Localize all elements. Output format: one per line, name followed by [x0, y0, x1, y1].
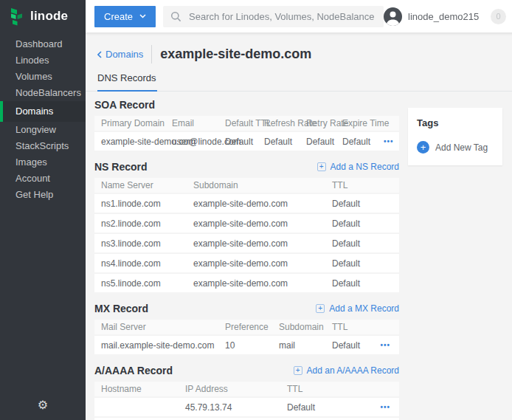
table-row: ns2.linode.comexample-site-demo.comDefau…: [94, 214, 399, 233]
table-cell: 45.79.13.74: [185, 402, 287, 413]
tab-dns-records[interactable]: DNS Records: [97, 72, 157, 92]
notification-count-badge[interactable]: 0: [491, 9, 506, 24]
add-new-tag-label: Add New Tag: [435, 142, 488, 153]
section-title: MX Record: [94, 303, 148, 314]
table-cell: example-site-demo.com: [193, 258, 332, 269]
create-button[interactable]: Create: [94, 6, 156, 27]
sidebar-item-domains[interactable]: Domains: [0, 101, 86, 122]
table-cell: ns4.linode.com: [101, 258, 193, 269]
table-row: mail.example-site-demo.com10mailDefault•…: [94, 336, 399, 354]
table-header-row: Name ServerSubdomainTTL: [94, 178, 399, 193]
sidebar-item-images[interactable]: Images: [0, 154, 86, 171]
sidebar-item-volumes[interactable]: Volumes: [0, 69, 86, 85]
sidebar-item-account[interactable]: Account: [0, 171, 86, 187]
tags-title: Tags: [417, 117, 494, 128]
table-cell: Default: [306, 137, 342, 147]
tab-bar: DNS Records: [86, 72, 512, 92]
mx-record-table: Mail ServerPreferenceSubdomainTTLmail.ex…: [94, 320, 399, 354]
linode-cubes-icon: [10, 7, 24, 26]
plus-box-icon: +: [294, 366, 302, 375]
table-cell: 10: [225, 340, 279, 351]
section-title: NS Record: [94, 161, 148, 173]
table-row: ns5.linode.comexample-site-demo.comDefau…: [94, 274, 399, 292]
table-cell: Default: [332, 218, 399, 229]
table-row: ns4.linode.comexample-site-demo.comDefau…: [94, 254, 399, 272]
column-header: TTL: [287, 384, 374, 394]
column-header: Subdomain: [279, 322, 332, 332]
table-cell: example-site-demo.com: [193, 278, 332, 289]
global-search: [163, 6, 384, 27]
add-a-record-link[interactable]: +Add an A/AAAA Record: [294, 365, 399, 376]
add-mx-record-link[interactable]: +Add a MX Record: [316, 303, 399, 314]
table-cell: user@linode.com: [172, 137, 225, 147]
column-header: Default TTL: [225, 118, 264, 128]
search-input[interactable]: [187, 10, 376, 23]
chevron-left-icon: [97, 51, 102, 58]
column-header: Expire Time: [342, 118, 384, 128]
section-title: A/AAAA Record: [94, 365, 173, 376]
table-row: ns1.linode.comexample-site-demo.comDefau…: [94, 194, 399, 213]
table-row: ns3.linode.comexample-site-demo.comDefau…: [94, 234, 399, 252]
section-head: SOA Record: [94, 98, 399, 111]
column-header: Subdomain: [193, 180, 332, 190]
section-soa-record: SOA RecordPrimary DomainEmailDefault TTL…: [94, 98, 399, 151]
column-header: TTL: [332, 322, 374, 332]
add-link-label: Add an A/AAAA Record: [307, 365, 399, 376]
table-cell: ns5.linode.com: [101, 278, 193, 289]
table-cell: example-site-demo.com: [193, 238, 332, 249]
add-new-tag-button[interactable]: + Add New Tag: [417, 141, 494, 154]
sidebar-item-get-help[interactable]: Get Help: [0, 187, 86, 203]
row-actions-menu[interactable]: •••: [374, 341, 399, 349]
content-body: SOA RecordPrimary DomainEmailDefault TTL…: [86, 92, 512, 420]
plus-circle-icon: +: [417, 141, 429, 154]
column-header: Primary Domain: [101, 118, 172, 128]
table-row: example-site-demo.comuser@linode.comDefa…: [94, 132, 399, 151]
sidebar-item-nodebalancers[interactable]: NodeBalancers: [0, 85, 86, 101]
table-cell: Default: [332, 278, 399, 289]
plus-box-icon: +: [316, 304, 325, 313]
section-a-record: A/AAAA Record+Add an A/AAAA RecordHostna…: [94, 364, 399, 420]
table-cell: ns3.linode.com: [101, 238, 193, 249]
section-title: SOA Record: [94, 99, 155, 111]
sidebar-item-longview[interactable]: Longview: [0, 122, 86, 138]
table-cell: Default: [332, 340, 374, 351]
sidebar: DashboardLinodesVolumesNodeBalancersDoma…: [0, 32, 86, 420]
row-actions-menu[interactable]: •••: [384, 137, 403, 145]
a-record-table: HostnameIP AddressTTL45.79.13.74Default•…: [94, 382, 399, 420]
column-header: IP Address: [185, 384, 287, 394]
username-label[interactable]: linode_demo215: [408, 11, 479, 22]
table-cell: mail: [279, 340, 332, 351]
sidebar-item-dashboard[interactable]: Dashboard: [0, 36, 86, 52]
add-link-label: Add a NS Record: [331, 162, 399, 172]
section-head: A/AAAA Record+Add an A/AAAA Record: [94, 364, 399, 376]
search-icon: [170, 11, 181, 22]
records-column: SOA RecordPrimary DomainEmailDefault TTL…: [94, 98, 399, 420]
table-cell: Default: [342, 137, 384, 147]
add-ns-record-link[interactable]: +Add a NS Record: [317, 162, 399, 172]
table-header-row: Primary DomainEmailDefault TTLRefresh Ra…: [94, 116, 399, 131]
breadcrumb: Domains example-site-demo.com: [86, 32, 512, 63]
user-area: linode_demo215 0: [384, 7, 512, 26]
table-cell: Default: [264, 137, 306, 147]
column-header: Email: [172, 118, 225, 128]
section-mx-record: MX Record+Add a MX RecordMail ServerPref…: [94, 302, 399, 354]
row-actions-menu[interactable]: •••: [374, 403, 399, 411]
breadcrumb-divider: [151, 45, 152, 63]
gear-icon: ⚙: [38, 398, 48, 412]
column-header: Hostname: [101, 384, 185, 394]
sidebar-nav: DashboardLinodesVolumesNodeBalancersDoma…: [0, 36, 86, 203]
right-column: Tags + Add New Tag: [408, 98, 502, 165]
linode-logo: linode: [0, 0, 86, 32]
table-cell: mail.example-site-demo.com: [101, 340, 225, 351]
settings-gear-button[interactable]: ⚙: [0, 398, 86, 412]
main-content: Domains example-site-demo.com DNS Record…: [86, 0, 512, 420]
user-avatar-icon[interactable]: [384, 7, 402, 26]
sidebar-item-stackscripts[interactable]: StackScripts: [0, 138, 86, 154]
table-header-row: HostnameIP AddressTTL: [94, 382, 399, 396]
sidebar-item-linodes[interactable]: Linodes: [0, 52, 86, 69]
plus-box-icon: +: [317, 162, 326, 171]
back-to-domains-link[interactable]: Domains: [97, 49, 143, 60]
chevron-down-icon: [139, 14, 146, 18]
table-cell: Default: [332, 238, 399, 249]
section-ns-record: NS Record+Add a NS RecordName ServerSubd…: [94, 160, 399, 292]
